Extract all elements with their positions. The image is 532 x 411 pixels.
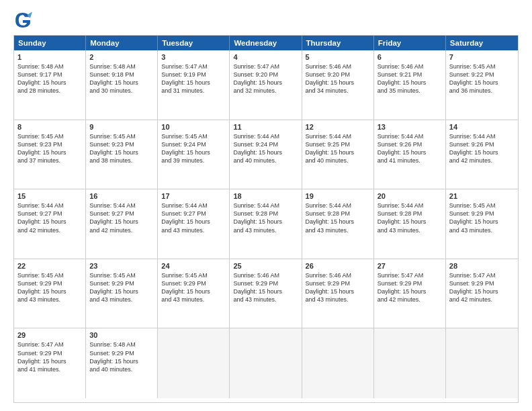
day-info-line: Sunset: 9:29 PM (161, 279, 226, 287)
day-info-line: and 37 minutes. (17, 156, 82, 165)
day-number: 29 (17, 331, 82, 339)
day-cell-16: 16Sunrise: 5:44 AMSunset: 9:27 PMDayligh… (86, 189, 158, 259)
day-info-line: Sunrise: 5:45 AM (89, 132, 154, 140)
calendar-header: SundayMondayTuesdayWednesdayThursdayFrid… (14, 36, 518, 50)
day-cell-18: 18Sunrise: 5:44 AMSunset: 9:28 PMDayligh… (230, 189, 302, 259)
day-number: 11 (233, 123, 298, 131)
day-info-line: Daylight: 15 hours (233, 148, 298, 156)
day-number: 6 (378, 53, 442, 61)
day-info-line: and 40 minutes. (89, 365, 154, 373)
day-info-line: Daylight: 15 hours (89, 357, 154, 365)
day-info-line: Sunrise: 5:45 AM (17, 271, 82, 279)
day-info-line: Sunset: 9:29 PM (378, 279, 442, 287)
day-info-line: Sunset: 9:27 PM (161, 210, 226, 218)
day-info-line: Daylight: 15 hours (233, 218, 298, 226)
empty-cell (158, 328, 230, 398)
day-info-line: Sunset: 9:29 PM (306, 279, 370, 287)
day-number: 17 (161, 192, 226, 200)
day-info-line: Sunset: 9:17 PM (17, 71, 82, 79)
day-info-line: and 38 minutes. (89, 156, 154, 165)
day-info-line: Sunrise: 5:47 AM (233, 62, 298, 71)
day-cell-30: 30Sunrise: 5:48 AMSunset: 9:29 PMDayligh… (86, 328, 158, 398)
day-number: 19 (306, 192, 370, 200)
day-cell-15: 15Sunrise: 5:44 AMSunset: 9:27 PMDayligh… (14, 189, 86, 259)
day-info-line: Sunrise: 5:47 AM (161, 62, 226, 71)
day-info-line: Sunrise: 5:44 AM (306, 201, 370, 210)
day-info-line: Daylight: 15 hours (378, 218, 442, 226)
day-info-line: Daylight: 15 hours (17, 218, 82, 226)
day-info-line: and 42 minutes. (378, 295, 442, 304)
day-number: 27 (378, 262, 442, 270)
day-cell-5: 5Sunrise: 5:46 AMSunset: 9:20 PMDaylight… (302, 50, 374, 120)
day-info-line: and 43 minutes. (89, 295, 154, 304)
day-cell-25: 25Sunrise: 5:46 AMSunset: 9:29 PMDayligh… (230, 259, 302, 329)
day-cell-1: 1Sunrise: 5:48 AMSunset: 9:17 PMDaylight… (14, 50, 86, 120)
day-info-line: and 42 minutes. (89, 226, 154, 234)
day-cell-24: 24Sunrise: 5:45 AMSunset: 9:29 PMDayligh… (158, 259, 230, 329)
day-info-line: Sunrise: 5:44 AM (89, 201, 154, 210)
day-info-line: and 43 minutes. (17, 295, 82, 304)
day-info-line: Daylight: 15 hours (161, 218, 226, 226)
day-number: 15 (17, 192, 82, 200)
day-info-line: Sunset: 9:27 PM (17, 210, 82, 218)
day-info-line: Sunrise: 5:44 AM (17, 201, 82, 210)
header-day-tuesday: Tuesday (158, 36, 230, 50)
day-info-line: Sunrise: 5:44 AM (306, 132, 370, 140)
empty-cell (230, 328, 302, 398)
day-cell-20: 20Sunrise: 5:44 AMSunset: 9:28 PMDayligh… (374, 189, 446, 259)
day-info-line: and 36 minutes. (449, 87, 515, 95)
day-info-line: Daylight: 15 hours (449, 218, 515, 226)
header-day-wednesday: Wednesday (230, 36, 302, 50)
day-info-line: Sunset: 9:29 PM (89, 279, 154, 287)
day-cell-26: 26Sunrise: 5:46 AMSunset: 9:29 PMDayligh… (302, 259, 374, 329)
day-number: 22 (17, 262, 82, 270)
day-info-line: Sunset: 9:19 PM (161, 71, 226, 79)
day-info-line: Sunset: 9:29 PM (449, 210, 515, 218)
day-info-line: Sunrise: 5:48 AM (17, 62, 82, 71)
day-cell-21: 21Sunrise: 5:45 AMSunset: 9:29 PMDayligh… (446, 189, 518, 259)
day-info-line: and 43 minutes. (161, 226, 226, 234)
day-number: 16 (89, 192, 154, 200)
day-info-line: Sunrise: 5:45 AM (449, 62, 515, 71)
day-info-line: and 31 minutes. (161, 87, 226, 95)
day-info-line: Daylight: 15 hours (306, 218, 370, 226)
day-info-line: Daylight: 15 hours (17, 148, 82, 156)
day-info-line: Sunset: 9:28 PM (233, 210, 298, 218)
header (13, 11, 519, 30)
day-cell-29: 29Sunrise: 5:47 AMSunset: 9:29 PMDayligh… (14, 328, 86, 398)
day-cell-23: 23Sunrise: 5:45 AMSunset: 9:29 PMDayligh… (86, 259, 158, 329)
day-number: 9 (89, 123, 154, 131)
day-cell-2: 2Sunrise: 5:48 AMSunset: 9:18 PMDaylight… (86, 50, 158, 120)
day-info-line: Sunset: 9:18 PM (89, 71, 154, 79)
day-number: 24 (161, 262, 226, 270)
day-cell-3: 3Sunrise: 5:47 AMSunset: 9:19 PMDaylight… (158, 50, 230, 120)
day-info-line: Sunrise: 5:44 AM (378, 132, 442, 140)
header-day-friday: Friday (374, 36, 446, 50)
calendar: SundayMondayTuesdayWednesdayThursdayFrid… (13, 35, 519, 403)
day-info-line: and 43 minutes. (233, 295, 298, 304)
empty-cell (302, 328, 374, 398)
day-info-line: Sunrise: 5:45 AM (161, 271, 226, 279)
day-info-line: Daylight: 15 hours (89, 79, 154, 87)
day-info-line: Sunrise: 5:44 AM (161, 201, 226, 210)
day-info-line: Sunset: 9:29 PM (17, 279, 82, 287)
day-info-line: and 35 minutes. (378, 87, 442, 95)
day-info-line: and 43 minutes. (306, 295, 370, 304)
day-number: 4 (233, 53, 298, 61)
day-info-line: and 40 minutes. (233, 156, 298, 165)
day-number: 26 (306, 262, 370, 270)
day-number: 13 (378, 123, 442, 131)
day-number: 20 (378, 192, 442, 200)
day-info-line: Daylight: 15 hours (89, 218, 154, 226)
day-info-line: Daylight: 15 hours (378, 79, 442, 87)
day-info-line: Sunset: 9:29 PM (449, 279, 515, 287)
day-info-line: Daylight: 15 hours (89, 287, 154, 295)
day-number: 23 (89, 262, 154, 270)
day-info-line: Daylight: 15 hours (161, 287, 226, 295)
day-info-line: Sunrise: 5:45 AM (161, 132, 226, 140)
day-info-line: and 43 minutes. (449, 226, 515, 234)
day-info-line: and 40 minutes. (306, 156, 370, 165)
day-cell-27: 27Sunrise: 5:47 AMSunset: 9:29 PMDayligh… (374, 259, 446, 329)
day-info-line: Sunset: 9:20 PM (233, 71, 298, 79)
day-info-line: Sunrise: 5:47 AM (449, 271, 515, 279)
